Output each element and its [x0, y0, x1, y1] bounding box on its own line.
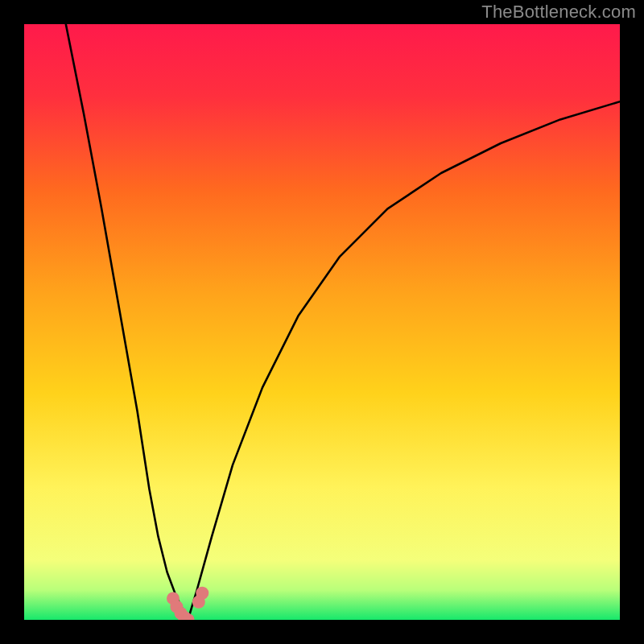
watermark-text: TheBottleneck.com	[481, 2, 636, 23]
curve-left-branch	[66, 24, 188, 620]
curve-layer	[24, 24, 620, 620]
trough-markers-right	[192, 587, 208, 609]
plot-area	[24, 24, 620, 620]
trough-markers-left	[167, 592, 195, 620]
chart-frame: TheBottleneck.com	[0, 0, 644, 644]
svg-point-7	[196, 587, 208, 600]
curve-right-branch	[188, 101, 621, 620]
